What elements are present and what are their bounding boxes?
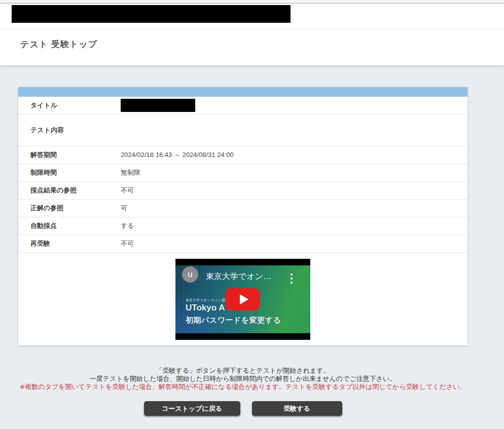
row-value: 可 xyxy=(121,204,467,213)
table-row-retake: 再受験 不可 xyxy=(18,235,467,252)
app-header: テスト 受験トップ xyxy=(0,4,504,65)
table-row-time-limit: 制限時間 無制限 xyxy=(18,164,467,181)
video-row: 東京大学でオンライン授業 UTokyo A 初期パスワードを変更する u 東京大… xyxy=(18,252,467,345)
row-label: 正解の参照 xyxy=(18,204,121,213)
youtube-embed[interactable]: 東京大学でオンライン授業 UTokyo A 初期パスワードを変更する u 東京大… xyxy=(175,259,310,340)
row-label: タイトル xyxy=(18,101,121,110)
main-content: タイトル テスト内容 解答期間 2024/02/18 16:43 ～ 2024/… xyxy=(18,87,467,416)
back-to-course-top-button[interactable]: コーストップに戻る xyxy=(144,401,240,416)
redacted-test-title xyxy=(121,99,195,112)
header-divider xyxy=(0,29,504,29)
row-label: 採点結果の参照 xyxy=(18,186,121,195)
youtube-play-button[interactable] xyxy=(226,288,260,310)
notice-warning-line: ※複数のタブを開いてテストを受験した場合、解答時間が不正確になる場合があります。… xyxy=(18,383,467,391)
notice-line-2: 一度テストを開始した場合、開始した日時から制限時間内での解答しか出来ませんのでご… xyxy=(18,375,467,383)
thumbnail-subheading: 初期パスワードを変更する xyxy=(186,316,281,325)
action-buttons: コーストップに戻る 受験する xyxy=(18,401,467,416)
row-label: 解答期間 xyxy=(18,150,121,160)
channel-avatar[interactable]: u xyxy=(182,266,198,283)
table-row-score-reference: 採点結果の参照 不可 xyxy=(18,181,467,199)
thumbnail-small-text: 東京大学でオンライン授業 xyxy=(186,298,229,303)
row-value: 不可 xyxy=(121,239,467,248)
card-accent-bar xyxy=(18,87,467,97)
take-test-button[interactable]: 受験する xyxy=(252,401,342,416)
table-row-content: テスト内容 xyxy=(18,114,467,146)
table-row-answer-period: 解答期間 2024/02/18 16:43 ～ 2024/08/31 24:00 xyxy=(18,146,467,164)
test-info-card: タイトル テスト内容 解答期間 2024/02/18 16:43 ～ 2024/… xyxy=(18,87,467,345)
row-value xyxy=(121,99,467,112)
table-row-auto-scoring: 自動採点 する xyxy=(18,217,467,235)
table-row-title: タイトル xyxy=(18,97,467,114)
thumbnail-heading: UTokyo A xyxy=(186,303,225,313)
row-label: テスト内容 xyxy=(18,126,121,135)
notice-line-1: 「受験する」ボタンを押下するとテストが開始されます。 xyxy=(18,367,467,375)
video-title-link[interactable]: 東京大学でオン… xyxy=(206,271,271,282)
row-value: 無制限 xyxy=(121,168,467,177)
row-value: 不可 xyxy=(121,186,467,195)
play-triangle-icon xyxy=(240,294,248,304)
notice-block: 「受験する」ボタンを押下するとテストが開始されます。 一度テストを開始した場合、… xyxy=(18,367,467,391)
row-label: 自動採点 xyxy=(18,221,121,230)
row-label: 再受験 xyxy=(18,239,121,248)
kebab-menu-icon[interactable] xyxy=(289,272,294,285)
row-value: する xyxy=(121,221,467,230)
row-label: 制限時間 xyxy=(18,168,121,177)
table-row-answer-reference: 正解の参照 可 xyxy=(18,199,467,217)
redacted-navigation-bar xyxy=(12,5,291,23)
row-value: 2024/02/18 16:43 ～ 2024/08/31 24:00 xyxy=(121,150,467,160)
page-title: テスト 受験トップ xyxy=(20,38,97,50)
